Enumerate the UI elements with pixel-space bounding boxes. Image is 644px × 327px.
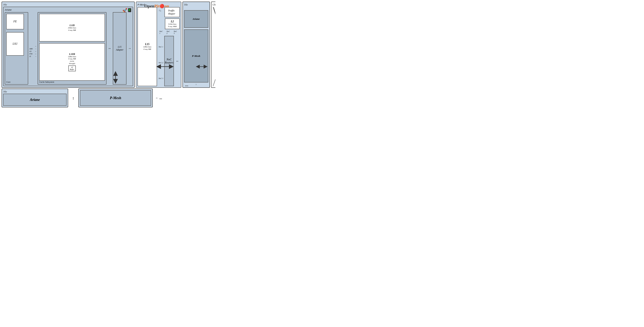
ld-arrow: ↔	[35, 51, 36, 52]
lsu-label: LSU	[13, 42, 18, 46]
st-buffer-label: ST Buffer	[70, 66, 74, 70]
st-label: ST	[29, 56, 31, 57]
ptw-arrow: ↔	[35, 53, 36, 55]
diagram-wrapper: Tile Ariane 🚀 P	[0, 0, 216, 109]
noc2-side-label: NoC 2	[158, 62, 163, 64]
ariane-box: Ariane 🚀 P FE	[3, 7, 133, 86]
arrow-bidirectional: ↔	[35, 46, 36, 47]
core-cache-arrows: ↔ AMO → LD ↔ PTW	[29, 18, 36, 85]
core-box: FE LSU Core	[5, 12, 28, 85]
bottom-pmesh-label: P-Mesh	[110, 96, 121, 100]
ariane-label: Ariane	[5, 8, 132, 11]
ptw-arrow-row: PTW ↔	[29, 53, 36, 55]
noc1-top-label: NoC 1	[160, 30, 163, 34]
right-pmesh-label: P-Mesh	[192, 55, 200, 58]
noc1-side-label: NoC 1	[158, 46, 163, 48]
st-buffer-box: ST Buffer	[68, 66, 76, 71]
content-layer: Tile Ariane 🚀 P	[0, 0, 216, 109]
dots-label: ...	[160, 96, 162, 100]
main-tile-label: Tile	[3, 3, 133, 6]
logo-open: Open	[144, 4, 154, 9]
bottom-middle-tile: P-Mesh	[78, 89, 153, 107]
vertical-arrow-area: ↕	[69, 89, 77, 107]
noc3-top-label: NoC 3	[174, 30, 177, 34]
pmesh-section: P-Mesh OpenPit🔴on L15 128bit lines 4 way…	[136, 2, 181, 88]
cache-left-col: L1I$ 256bit lines 4 way, 8kB L1D$ 128bit…	[39, 14, 105, 81]
noc2-top-label: NoC 2	[167, 30, 170, 34]
traffic-shaper-box: Traffic Shaper	[164, 7, 180, 17]
noc-routers-label: NoC Routers	[165, 58, 174, 64]
ariane-right-box: Ariane	[184, 10, 208, 28]
tile-right: Tile Ariane P-Mesh ↕	[182, 2, 210, 88]
bottom-ariane-label: Ariane	[30, 98, 40, 102]
l2-box: L2 512bit lines 4 way, 64kB	[165, 19, 180, 29]
noc-routers-area: NoC 1 NoC 2 NoC 3 NoC Routers ↔	[158, 36, 180, 86]
dots-area: ← ...	[154, 89, 164, 107]
traffic-shaper-row: ↑↓ Traffic Shaper	[158, 7, 180, 17]
l1i-title: L1I$	[70, 24, 74, 27]
vertical-bidirectional-arrow: ↕	[72, 96, 74, 100]
rocket-icon: 🚀	[122, 8, 127, 13]
st-arrow-row: ST →	[29, 56, 36, 57]
svg-line-0	[213, 7, 216, 15]
ariane-icons: 🚀 P	[122, 8, 131, 13]
cache-l15-arrow: ↔	[108, 12, 112, 85]
chipset-wire	[213, 7, 216, 86]
l2-sub: 512bit lines 4 way, 64kB	[168, 23, 176, 28]
l15-adapter-label: L15 Adapter	[116, 46, 124, 51]
fe-arrow: ↔	[29, 46, 36, 47]
l15-adapter-to-l15-arrow: →	[128, 12, 132, 85]
traffic-shaper-label: Traffic Shaper	[168, 9, 176, 15]
l15-title: L15	[145, 43, 150, 46]
lsu-box: LSU	[6, 32, 24, 56]
cache-inner: L1I$ 256bit lines 4 way, 8kB L1D$ 128bit…	[39, 14, 105, 81]
l15-arrow-up: ↑↓	[158, 9, 161, 12]
top-row: Tile Ariane 🚀 P	[0, 0, 216, 89]
l15-adapter-box: L15 Adapter	[113, 12, 126, 85]
bottom-ariane-box: Ariane	[3, 94, 66, 106]
bottom-pmesh-box: P-Mesh	[80, 90, 151, 106]
bottom-left-tile-label: Tile	[3, 90, 66, 93]
l1d-title: L1D$	[69, 53, 75, 56]
pmesh-right-box: P-Mesh	[184, 29, 208, 83]
l1i-box: L1I$ 256bit lines 4 way, 8kB	[39, 14, 105, 42]
core-title: Core	[6, 81, 27, 83]
down-arrow-area: ↕	[184, 83, 208, 85]
wire-svg	[213, 7, 216, 86]
noc-top-labels: NoC 1 NoC 2 NoC 3	[158, 30, 178, 34]
left-arrow-dots: ←	[156, 96, 158, 100]
up-arrow: ↑↓	[158, 9, 161, 12]
noc-right-arrow: ↔	[175, 36, 180, 86]
down-arrow: ↕	[196, 83, 196, 85]
noc3-side-label: NoC 3	[158, 77, 163, 79]
core-inner: FE LSU	[6, 14, 27, 81]
pmesh-content: L15 128bit lines 4 way, 8kB ↑↓ Traffic S…	[138, 7, 180, 86]
l1d-sub: 128bit lines 4 way, 8kB (write through)	[68, 56, 76, 65]
cache-subsystem-title: Cache Subsystem	[39, 81, 105, 83]
svg-line-2	[213, 78, 216, 86]
amo-label: AMO	[29, 48, 33, 50]
right-arrow2: →	[128, 47, 131, 50]
cache-subsystem-box: L1I$ 256bit lines 4 way, 8kB L1D$ 128bit…	[38, 12, 106, 85]
right-ariane-label: Ariane	[192, 18, 200, 21]
fe-box: FE	[6, 14, 24, 29]
right-arrow: ↔	[108, 47, 111, 50]
l15-box: L15 128bit lines 4 way, 8kB	[138, 7, 157, 86]
l1d-box: L1D$ 128bit lines 4 way, 8kB (write thro…	[39, 43, 105, 81]
ld-arrow-row: LD ↔	[29, 51, 36, 52]
noc-side-labels: NoC 1 NoC 2 NoC 3	[158, 36, 163, 86]
l2-title: L2	[171, 20, 174, 23]
pmesh-right-area: ↑↓ Traffic Shaper L2 512bit lines 4 way,…	[158, 7, 180, 86]
ptw-label: PTW	[29, 53, 32, 55]
bottom-left-tile: Tile Ariane	[2, 89, 68, 107]
chipset-title: Chipset	[213, 3, 216, 6]
bidirectional-arrow: ↔	[176, 59, 179, 63]
chipset-items-area: Bootrom DebugModule CLINT PLIC UART	[213, 7, 216, 86]
ld-label: LD	[29, 51, 31, 52]
st-arrow: →	[35, 56, 36, 57]
bottom-row: Tile Ariane ↕ P-Mesh ← ...	[0, 89, 216, 109]
svg-line-3	[214, 7, 216, 15]
l1i-sub: 256bit lines 4 way, 8kB	[68, 27, 76, 31]
noc-routers-box: NoC Routers	[164, 36, 174, 86]
ariane-content: FE LSU Core ↔	[5, 12, 132, 85]
